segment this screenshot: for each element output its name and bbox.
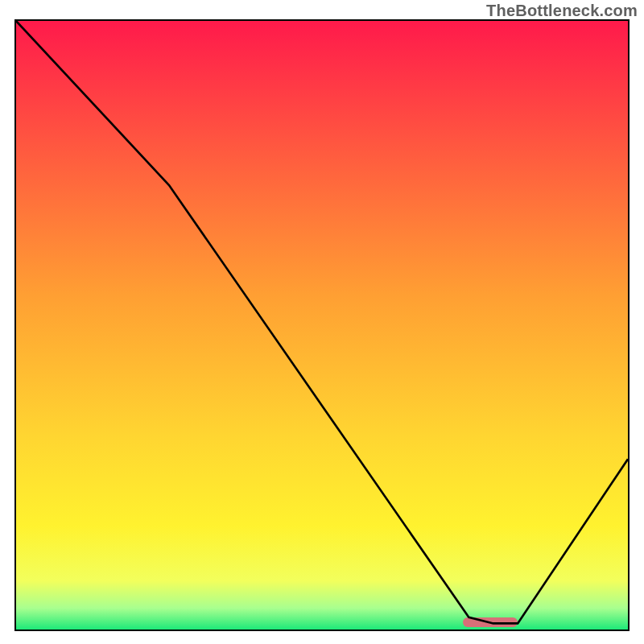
curve-path bbox=[16, 21, 628, 623]
bottleneck-curve bbox=[16, 21, 628, 630]
watermark-text: TheBottleneck.com bbox=[486, 2, 638, 20]
chart-plot-area bbox=[14, 19, 630, 631]
